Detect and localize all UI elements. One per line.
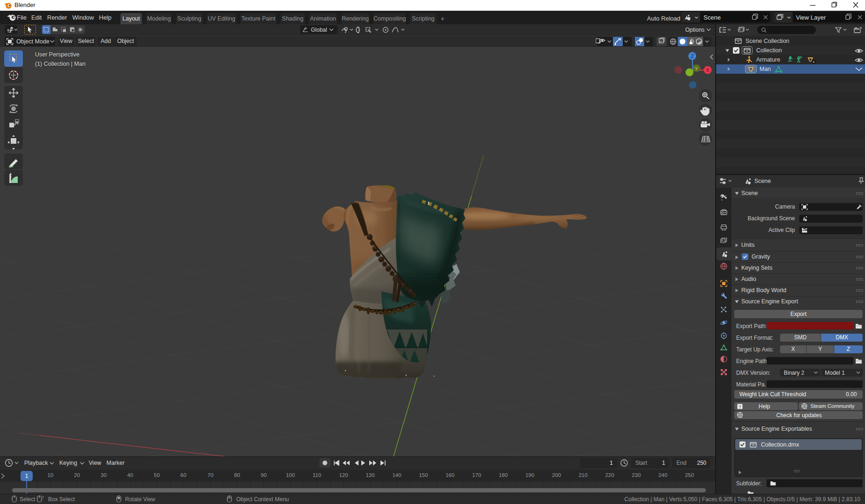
svg-text:X: X xyxy=(706,68,710,73)
svg-text:4: 4 xyxy=(813,60,815,63)
svg-text:Y: Y xyxy=(695,66,698,71)
svg-text:?: ? xyxy=(738,405,741,409)
svg-text:Z: Z xyxy=(691,54,694,59)
